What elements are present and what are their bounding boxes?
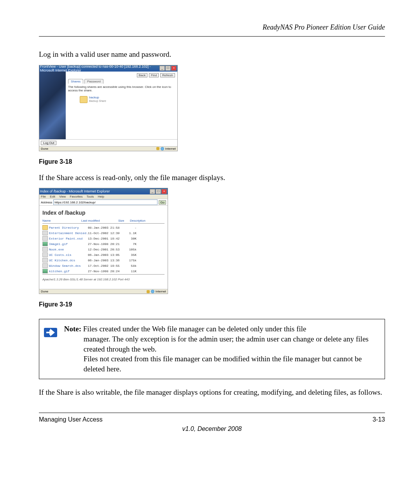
- tab-shares[interactable]: Shares: [68, 79, 83, 84]
- logout-button[interactable]: Log Out: [41, 141, 56, 145]
- dir-row[interactable]: Nook.exe12-Dec-2001 20:53105k: [42, 247, 164, 252]
- note-line1a: Files created under the Web file manager…: [81, 325, 306, 333]
- file-name[interactable]: Parent Directory: [49, 226, 88, 229]
- figure-caption-19: Figure 3-19: [39, 301, 385, 308]
- share-item[interactable]: backup Backup Share: [68, 96, 175, 103]
- footer-section: Managing User Access: [39, 416, 103, 423]
- dir-row[interactable]: kitchen.gif27-Nov-1998 20:2411K: [42, 269, 164, 273]
- file-name[interactable]: Exterior Paint.xsd: [49, 237, 88, 240]
- img-icon: [42, 242, 48, 246]
- footer-rule: [39, 413, 385, 413]
- window-title: Index of /backup - Microsoft Internet Ex…: [40, 189, 110, 193]
- dir-row[interactable]: UC Kitchen.dcs06-Jan-2003 13:36175k: [42, 258, 164, 262]
- globe-icon: [151, 290, 154, 293]
- file-size: -: [125, 226, 136, 229]
- dir-row[interactable]: Exterior Paint.xsd13-Dec-2001 19:4230K: [42, 236, 164, 241]
- menu-view[interactable]: View: [59, 195, 66, 198]
- file-name[interactable]: Window Search.dcs: [49, 264, 88, 268]
- menu-edit[interactable]: Edit: [50, 195, 55, 198]
- globe-icon: [161, 147, 164, 150]
- window-title: FrontView - User [backup] connected to n…: [40, 65, 159, 72]
- footer-page: 3-13: [373, 416, 385, 423]
- file-name[interactable]: UC Kitchen.dcs: [49, 259, 88, 262]
- dir-row[interactable]: UC Costs.xls06-Jan-2003 13:0535K: [42, 252, 164, 257]
- note-line2: Files not created from this file manager…: [64, 354, 378, 374]
- menu-favorites[interactable]: Favorites: [70, 195, 83, 198]
- screenshot-index: Index of /backup - Microsoft Internet Ex…: [39, 188, 168, 294]
- file-size: 105k: [125, 248, 136, 251]
- file-icon: [42, 236, 48, 241]
- minimize-icon[interactable]: _: [159, 66, 165, 71]
- window-titlebar: FrontView - User [backup] connected to n…: [39, 65, 177, 72]
- index-title: Index of /backup: [42, 210, 164, 216]
- file-date: 27-Nov-1998 20:24: [88, 270, 125, 273]
- file-size: 11K: [125, 270, 136, 273]
- col-size[interactable]: Size: [118, 219, 130, 222]
- file-size: 1.1K: [125, 231, 136, 235]
- paragraph-login: Log in with a valid user name and passwo…: [39, 50, 385, 60]
- window-titlebar: Index of /backup - Microsoft Internet Ex…: [39, 188, 168, 194]
- file-size: 35K: [125, 253, 136, 257]
- folder-icon: [80, 96, 88, 103]
- refresh-button[interactable]: Refresh: [160, 73, 175, 77]
- note-label: Note:: [64, 325, 81, 333]
- dir-row[interactable]: Image1.gif27-Nov-1998 20:217K: [42, 242, 164, 246]
- tab-password[interactable]: Password: [84, 79, 103, 84]
- file-size: 175k: [125, 259, 136, 262]
- menu-tools[interactable]: Tools: [87, 195, 94, 198]
- file-icon: [42, 252, 48, 257]
- maximize-icon[interactable]: □: [156, 189, 161, 194]
- dir-header: Name Last modified Size Description: [42, 219, 164, 222]
- minimize-icon[interactable]: _: [150, 189, 155, 194]
- go-button[interactable]: Go: [159, 200, 166, 205]
- file-name[interactable]: Entertainment Denied.XSD: [49, 231, 88, 235]
- address-label: Address: [41, 201, 52, 204]
- file-name[interactable]: kitchen.gif: [49, 270, 88, 273]
- col-description[interactable]: Description: [130, 219, 164, 222]
- file-name[interactable]: Image1.gif: [49, 242, 88, 246]
- file-size: 58k: [125, 264, 136, 268]
- maximize-icon[interactable]: □: [165, 66, 171, 71]
- share-name: backup: [89, 96, 106, 100]
- statusbar-right: Internet: [156, 290, 166, 293]
- file-size: 7K: [125, 242, 136, 246]
- dir-rule: [42, 223, 164, 224]
- statusbar-left: Done: [41, 290, 48, 293]
- col-modified[interactable]: Last modified: [81, 219, 118, 222]
- sidebar-image: [39, 72, 66, 139]
- back-button[interactable]: Back: [137, 73, 148, 77]
- dir-row[interactable]: Window Search.dcs17-Oct-2002 19:5558k: [42, 263, 164, 268]
- file-icon: [42, 231, 48, 235]
- folder-icon: [42, 225, 48, 230]
- menu-help[interactable]: Help: [98, 195, 104, 198]
- address-input[interactable]: https://192.168.2.102/backup/: [53, 200, 158, 205]
- footer-version: v1.0, December 2008: [39, 425, 385, 432]
- arrow-icon: [44, 328, 57, 337]
- header-rule: [39, 36, 385, 37]
- menu-bar[interactable]: File Edit View Favorites Tools Help: [39, 194, 168, 199]
- file-date: 13-Dec-2001 19:42: [88, 237, 125, 240]
- file-icon: [42, 258, 48, 262]
- close-icon[interactable]: ×: [171, 66, 177, 71]
- file-size: 30K: [125, 237, 136, 240]
- img-icon: [42, 269, 48, 273]
- menu-file[interactable]: File: [41, 195, 46, 198]
- statusbar-right: Internet: [165, 147, 176, 150]
- file-icon: [42, 263, 48, 268]
- share-description: The following shares are accessible usin…: [68, 85, 175, 92]
- col-name[interactable]: Name: [42, 219, 81, 222]
- dir-rule: [42, 274, 164, 275]
- file-name[interactable]: Nook.exe: [49, 248, 88, 251]
- figure-caption-18: Figure 3-18: [39, 158, 385, 165]
- find-button[interactable]: Find: [149, 73, 159, 77]
- dir-row[interactable]: Parent Directory08-Jan-2003 21:58-: [42, 225, 164, 230]
- note-line1b: manager. The only exception is for the a…: [64, 334, 378, 354]
- file-date: 17-Oct-2002 19:55: [88, 264, 125, 268]
- file-name[interactable]: UC Costs.xls: [49, 253, 88, 257]
- close-icon[interactable]: ×: [161, 189, 167, 194]
- file-date: 27-Nov-1998 20:21: [88, 242, 125, 246]
- file-icon: [42, 247, 48, 252]
- dir-row[interactable]: Entertainment Denied.XSD11-Oct-2002 12:3…: [42, 231, 164, 235]
- statusbar-left: Done: [41, 147, 48, 150]
- screenshot-frontview: FrontView - User [backup] connected to n…: [39, 65, 178, 151]
